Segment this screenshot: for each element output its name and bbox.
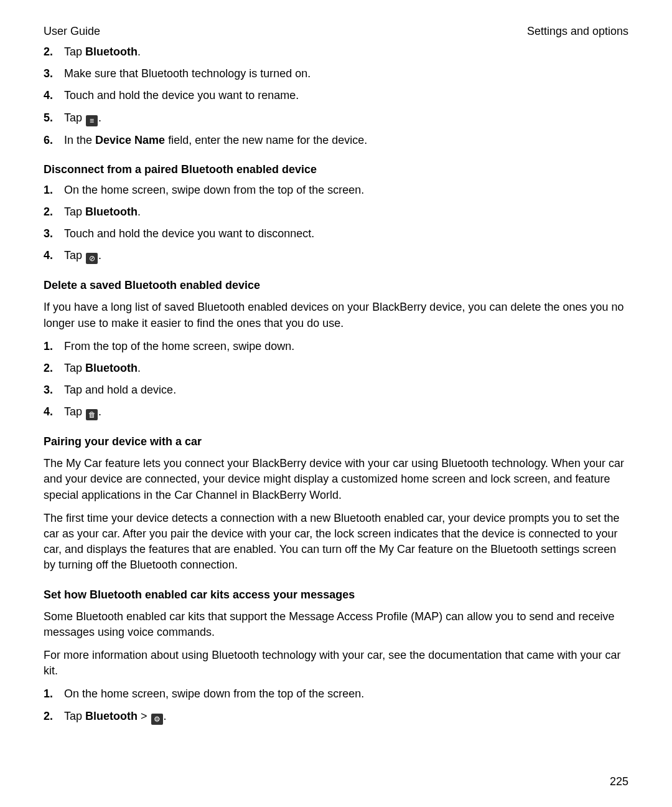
pairing-heading: Pairing your device with a car: [44, 435, 628, 448]
bluetooth-label: Bluetooth: [85, 205, 138, 218]
carkit-para2: For more information about using Bluetoo…: [44, 648, 628, 679]
step-4: 4. Tap 🗑.: [44, 404, 628, 420]
step-2: 2. Tap Bluetooth > ⚙.: [44, 709, 628, 725]
step-2: 2. Tap Bluetooth.: [44, 44, 628, 60]
disconnect-steps: 1.On the home screen, swipe down from th…: [44, 182, 628, 265]
step-6: 6. In the Device Name field, enter the n…: [44, 133, 628, 148]
delete-intro: If you have a long list of saved Bluetoo…: [44, 300, 628, 331]
step-1: 1.From the top of the home screen, swipe…: [44, 339, 628, 354]
pairing-para1: The My Car feature lets you connect your…: [44, 456, 628, 503]
header-left: User Guide: [44, 25, 100, 38]
delete-heading: Delete a saved Bluetooth enabled device: [44, 279, 628, 292]
step-1: 1.On the home screen, swipe down from th…: [44, 686, 628, 702]
step-3: 3.Touch and hold the device you want to …: [44, 226, 628, 242]
disconnect-heading: Disconnect from a paired Bluetooth enabl…: [44, 163, 628, 176]
manual-page: User Guide Settings and options 2. Tap B…: [0, 0, 672, 807]
header-right: Settings and options: [527, 25, 628, 38]
device-name-label: Device Name: [95, 134, 165, 146]
step-2: 2. Tap Bluetooth.: [44, 204, 628, 220]
menu-icon: ≡: [86, 115, 98, 126]
step-4: 4. Touch and hold the device you want to…: [44, 88, 628, 103]
disconnect-icon: ⊘: [86, 253, 98, 264]
step-3: 3. Make sure that Bluetooth technology i…: [44, 66, 628, 82]
page-header: User Guide Settings and options: [44, 25, 628, 38]
step-5: 5. Tap ≡.: [44, 110, 628, 126]
settings-icon: ⚙: [151, 714, 163, 725]
step-2: 2. Tap Bluetooth.: [44, 361, 628, 376]
bluetooth-label: Bluetooth: [85, 362, 138, 374]
rename-device-steps: 2. Tap Bluetooth. 3. Make sure that Blue…: [44, 44, 628, 148]
bluetooth-label: Bluetooth: [85, 710, 138, 722]
page-number: 225: [610, 775, 628, 788]
step-4: 4. Tap ⊘.: [44, 248, 628, 264]
carkit-heading: Set how Bluetooth enabled car kits acces…: [44, 588, 628, 602]
step-1: 1.On the home screen, swipe down from th…: [44, 182, 628, 198]
bluetooth-label: Bluetooth: [85, 45, 138, 58]
step-3: 3.Tap and hold a device.: [44, 382, 628, 398]
trash-icon: 🗑: [86, 409, 98, 420]
carkit-steps: 1.On the home screen, swipe down from th…: [44, 686, 628, 724]
carkit-para1: Some Bluetooth enabled car kits that sup…: [44, 609, 628, 640]
delete-steps: 1.From the top of the home screen, swipe…: [44, 339, 628, 421]
pairing-para2: The first time your device detects a con…: [44, 511, 628, 573]
